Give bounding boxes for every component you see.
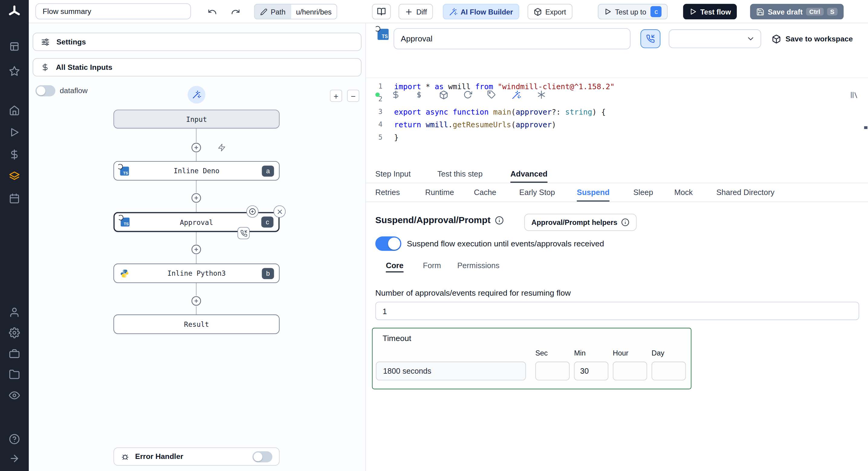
tab-suspend[interactable]: Suspend bbox=[577, 183, 610, 201]
tab-sleep[interactable]: Sleep bbox=[633, 183, 653, 201]
error-handler-row[interactable]: Error Handler bbox=[113, 447, 279, 466]
error-handler-toggle[interactable] bbox=[252, 451, 272, 462]
insert-step-button-2[interactable] bbox=[191, 193, 202, 203]
sidebar-runs-icon[interactable] bbox=[9, 127, 20, 138]
suspend-approval-toggle-button[interactable] bbox=[641, 29, 660, 48]
tab-advanced[interactable]: Advanced bbox=[510, 165, 548, 183]
sidebar-help-icon[interactable] bbox=[9, 434, 20, 445]
sidebar-favorites-icon[interactable] bbox=[9, 65, 20, 77]
timeout-total-readout bbox=[376, 361, 526, 380]
save-icon bbox=[756, 7, 764, 16]
flow-settings-button[interactable]: Settings bbox=[33, 33, 362, 51]
sidebar-resources-icon[interactable] bbox=[9, 171, 20, 182]
insert-step-button-1[interactable] bbox=[191, 142, 202, 153]
all-static-inputs-button[interactable]: All Static Inputs bbox=[33, 58, 362, 76]
tab-retries[interactable]: Retries bbox=[375, 183, 400, 201]
close-icon bbox=[276, 208, 283, 215]
windmill-logo-icon[interactable] bbox=[7, 4, 22, 19]
zoom-out-button[interactable]: − bbox=[347, 90, 359, 102]
helpers-button-label: Approval/Prompt helpers bbox=[531, 218, 617, 227]
sidebar-home-icon[interactable] bbox=[9, 105, 20, 116]
tab-test-this-step[interactable]: Test this step bbox=[437, 165, 483, 183]
timeout-sec-input[interactable] bbox=[535, 361, 570, 380]
info-icon[interactable] bbox=[495, 215, 504, 224]
save-to-workspace-button[interactable]: Save to workspace bbox=[768, 31, 856, 47]
save-draft-button[interactable]: Save draft Ctrl S bbox=[750, 4, 844, 19]
tab-permissions[interactable]: Permissions bbox=[457, 258, 500, 273]
tab-step-input[interactable]: Step Input bbox=[375, 165, 411, 183]
python-icon bbox=[120, 269, 129, 277]
sidebar-users-icon[interactable] bbox=[9, 307, 20, 318]
code-editor[interactable]: 1import * as wmill from "windmill-client… bbox=[366, 79, 868, 166]
play-icon bbox=[689, 8, 697, 16]
advanced-tabs: Retries Runtime Cache Early Stop Suspend… bbox=[366, 183, 868, 202]
flow-settings-label: Settings bbox=[57, 38, 86, 46]
insert-step-button-4[interactable] bbox=[191, 296, 202, 306]
tab-form[interactable]: Form bbox=[423, 258, 441, 273]
zoom-in-button[interactable]: + bbox=[330, 90, 342, 102]
tab-early-stop[interactable]: Early Stop bbox=[519, 183, 555, 201]
flow-node-inline-deno[interactable]: TS Inline Deno a bbox=[113, 161, 279, 180]
code-line[interactable]: 5} bbox=[366, 130, 868, 143]
flow-node-input[interactable]: Input bbox=[113, 110, 279, 128]
timeout-day-input[interactable] bbox=[652, 361, 686, 380]
path-button[interactable]: Path u/henri/bes bbox=[254, 4, 337, 19]
flow-summary-input[interactable] bbox=[35, 3, 191, 19]
node-move-button[interactable] bbox=[246, 206, 258, 218]
loading-spinner-icon bbox=[375, 26, 380, 31]
step-name-input[interactable] bbox=[394, 28, 630, 49]
panel-resize-divider[interactable] bbox=[365, 23, 367, 471]
tab-runtime[interactable]: Runtime bbox=[425, 183, 454, 201]
sidebar-apps-icon[interactable] bbox=[9, 41, 20, 52]
node-result-label: Result bbox=[184, 320, 209, 328]
book-open-icon bbox=[377, 7, 385, 16]
flow-node-result[interactable]: Result bbox=[113, 315, 279, 334]
tab-core[interactable]: Core bbox=[386, 258, 403, 273]
timeout-min-input[interactable] bbox=[574, 361, 609, 380]
app-root: Path u/henri/bes Diff AI Flow Builder Ex… bbox=[0, 0, 868, 471]
sidebar-settings-icon[interactable] bbox=[9, 327, 20, 338]
tab-shared-directory[interactable]: Shared Directory bbox=[716, 183, 774, 201]
code-line[interactable]: 2 bbox=[366, 92, 868, 105]
code-line[interactable]: 1import * as wmill from "windmill-client… bbox=[366, 80, 868, 92]
test-flow-button[interactable]: Test flow bbox=[683, 4, 737, 19]
code-line[interactable]: 4 return wmill.getResumeUrls(approver) bbox=[366, 118, 868, 130]
script-kind-select[interactable] bbox=[669, 29, 761, 48]
approval-prompt-helpers-button[interactable]: Approval/Prompt helpers bbox=[524, 214, 637, 231]
node-delete-button[interactable] bbox=[274, 206, 286, 218]
tab-cache[interactable]: Cache bbox=[474, 183, 496, 201]
insert-step-button-3[interactable] bbox=[191, 244, 202, 255]
sidebar-audit-logs-icon[interactable] bbox=[9, 390, 20, 401]
node-suspend-indicator-button[interactable] bbox=[238, 227, 250, 239]
sliders-icon bbox=[41, 37, 50, 46]
sidebar-folders-icon[interactable] bbox=[9, 369, 20, 380]
export-button[interactable]: Export bbox=[528, 4, 572, 19]
timeout-hour-input[interactable] bbox=[613, 361, 647, 380]
timeout-hour-label: Hour bbox=[613, 349, 629, 357]
typescript-icon: TS bbox=[377, 29, 389, 40]
path-edit-segment[interactable]: Path bbox=[255, 4, 291, 19]
approvals-required-input[interactable] bbox=[375, 302, 859, 320]
tab-mock[interactable]: Mock bbox=[674, 183, 693, 201]
docs-button[interactable] bbox=[372, 4, 391, 19]
undo-button[interactable] bbox=[203, 4, 221, 19]
timeout-day-label: Day bbox=[652, 349, 664, 357]
sidebar-expand-icon[interactable] bbox=[9, 453, 20, 464]
phone-incoming-icon bbox=[240, 230, 247, 237]
wand-sparkles-icon bbox=[449, 7, 457, 16]
ai-flow-builder-button[interactable]: AI Flow Builder bbox=[443, 4, 519, 19]
code-line[interactable]: 3export async function main(approver?: s… bbox=[366, 105, 868, 118]
dataflow-toggle[interactable] bbox=[35, 85, 55, 96]
test-up-to-button[interactable]: Test up to c bbox=[598, 4, 668, 19]
flow-node-inline-python[interactable]: Inline Python3 b bbox=[113, 264, 279, 283]
redo-button[interactable] bbox=[226, 4, 244, 19]
insert-trigger-button[interactable] bbox=[216, 142, 227, 153]
timeout-sec-label: Sec bbox=[535, 349, 548, 357]
ai-graph-builder-button[interactable] bbox=[188, 86, 206, 104]
sidebar-workers-icon[interactable] bbox=[9, 348, 20, 359]
save-draft-label: Save draft bbox=[768, 7, 802, 16]
sidebar-variables-icon[interactable] bbox=[9, 149, 20, 160]
sidebar-schedules-icon[interactable] bbox=[9, 193, 20, 204]
diff-button[interactable]: Diff bbox=[399, 4, 433, 19]
suspend-enabled-toggle[interactable] bbox=[375, 236, 401, 251]
